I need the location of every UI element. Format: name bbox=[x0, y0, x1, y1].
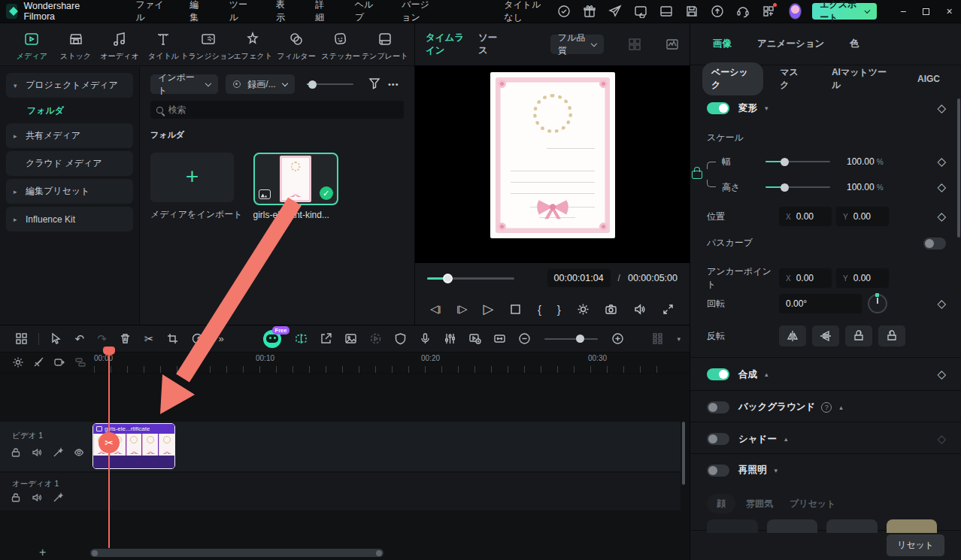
seek-slider[interactable] bbox=[427, 277, 514, 280]
tab-animation[interactable]: アニメーション bbox=[757, 38, 824, 50]
scope-waveform-icon[interactable] bbox=[665, 38, 679, 51]
sidebar-item-project-media[interactable]: ▾プロジェクトメディア bbox=[6, 73, 133, 98]
lock-track-icon[interactable] bbox=[11, 447, 21, 460]
relight-preset-thumb[interactable] bbox=[887, 519, 938, 533]
lock-track-icon[interactable] bbox=[11, 492, 21, 505]
hide-track-eye-icon[interactable] bbox=[74, 447, 84, 460]
mark-in-button[interactable]: { bbox=[538, 303, 541, 316]
relight-preset-thumb[interactable] bbox=[767, 519, 818, 533]
mask-shield-icon[interactable] bbox=[394, 332, 407, 345]
subtab-mask[interactable]: マスク bbox=[771, 62, 815, 95]
media-item[interactable]: ✓ girls-elegant-kind... bbox=[253, 153, 338, 221]
select-tool-icon[interactable] bbox=[50, 332, 62, 345]
relight-tab-mood[interactable]: 雰囲気 bbox=[746, 498, 773, 510]
rotate-field[interactable]: 0.00° bbox=[779, 294, 862, 313]
more-tools-icon[interactable]: » bbox=[216, 332, 226, 345]
rotate-right-button[interactable] bbox=[845, 325, 872, 347]
volume-icon[interactable] bbox=[633, 303, 646, 316]
track-wand-icon[interactable] bbox=[53, 447, 63, 460]
width-slider[interactable] bbox=[765, 161, 830, 162]
mute-track-icon[interactable] bbox=[32, 492, 42, 505]
properties-scrollbar[interactable] bbox=[957, 98, 960, 238]
subtab-aigc[interactable]: AIGC bbox=[908, 70, 949, 88]
preview-stage[interactable] bbox=[415, 65, 690, 263]
position-x-field[interactable]: X0.00 bbox=[779, 207, 832, 226]
close-button[interactable]: × bbox=[938, 0, 961, 23]
tab-media[interactable]: メディア bbox=[11, 28, 53, 65]
menu-file[interactable]: ファイル bbox=[123, 0, 177, 24]
timeline-zoom-slider[interactable] bbox=[544, 338, 598, 340]
relight-preset-thumb[interactable] bbox=[826, 519, 878, 533]
background-toggle[interactable] bbox=[707, 401, 729, 413]
crop-icon[interactable] bbox=[166, 332, 179, 345]
screen-record-icon[interactable] bbox=[634, 5, 647, 18]
sidebar-item-shared-media[interactable]: ▸共有メディア bbox=[6, 123, 133, 148]
record-dropdown[interactable]: 録画/... bbox=[226, 74, 295, 94]
play-button[interactable]: ▷ bbox=[483, 301, 493, 317]
flip-vertical-button[interactable] bbox=[812, 325, 839, 347]
tab-audio[interactable]: オーディオ bbox=[99, 28, 141, 65]
position-keyframe-icon[interactable]: ◇ bbox=[937, 210, 946, 223]
search-bar[interactable] bbox=[150, 101, 404, 119]
maximize-button[interactable] bbox=[915, 0, 938, 23]
import-media-tile[interactable]: + メディアをインポート bbox=[150, 153, 243, 221]
width-keyframe-icon[interactable]: ◇ bbox=[937, 155, 946, 168]
relight-tab-preset[interactable]: プリセット bbox=[790, 498, 835, 510]
ai-assistant-icon[interactable]: Free bbox=[263, 332, 281, 345]
tab-stock[interactable]: ストック bbox=[54, 28, 96, 65]
background-help-icon[interactable]: ? bbox=[821, 402, 832, 413]
next-frame-button[interactable]: |▷ bbox=[456, 302, 467, 316]
rotate-left-button[interactable] bbox=[878, 325, 905, 347]
thumbnail-size-slider[interactable] bbox=[307, 83, 353, 85]
add-track-button[interactable]: + bbox=[39, 546, 46, 559]
speed-ramp-icon[interactable] bbox=[191, 332, 204, 345]
track-height-caret[interactable]: ▾ bbox=[678, 335, 681, 343]
zoom-out-icon[interactable] bbox=[518, 332, 531, 345]
reset-button[interactable]: リセット bbox=[887, 534, 944, 556]
smart-cut-icon[interactable] bbox=[295, 332, 308, 345]
support-headset-icon[interactable] bbox=[736, 5, 750, 18]
timeline-settings-icon[interactable] bbox=[12, 356, 24, 368]
voiceover-mic-icon[interactable] bbox=[419, 332, 432, 345]
timeline-hscrollbar[interactable] bbox=[90, 549, 383, 557]
tab-preview-timeline[interactable]: タイムライン bbox=[426, 32, 465, 57]
audio-track-lane[interactable] bbox=[0, 473, 681, 510]
sidebar-item-cloud-media[interactable]: クラウド メディア bbox=[6, 151, 133, 176]
anchor-x-field[interactable]: X0.00 bbox=[779, 268, 832, 288]
export-button[interactable]: エクスポート bbox=[812, 3, 877, 20]
import-dropdown[interactable]: インポート bbox=[150, 74, 218, 94]
rotate-keyframe-icon[interactable]: ◇ bbox=[937, 297, 946, 310]
menu-help[interactable]: ヘルプ bbox=[342, 0, 389, 24]
flip-horizontal-button[interactable] bbox=[779, 325, 806, 347]
apps-grid-icon[interactable] bbox=[762, 5, 775, 18]
height-value[interactable]: 100.00 bbox=[847, 182, 875, 192]
track-height-icon[interactable] bbox=[651, 332, 664, 345]
sidebar-item-edit-presets[interactable]: ▸編集プリセット bbox=[6, 179, 133, 204]
quality-dropdown[interactable]: フル品質 bbox=[550, 35, 604, 54]
height-slider[interactable] bbox=[765, 186, 830, 188]
playback-settings-icon[interactable] bbox=[577, 303, 590, 316]
media-layout-icon[interactable] bbox=[15, 332, 28, 345]
playhead[interactable]: ✂ bbox=[108, 347, 110, 548]
timeline-vscrollbar[interactable] bbox=[682, 422, 685, 485]
current-timecode[interactable]: 00:00:01:04 bbox=[547, 269, 611, 287]
shadow-collapse-icon[interactable]: ▴ bbox=[784, 435, 788, 443]
relight-preset-thumb[interactable] bbox=[707, 519, 758, 533]
layout-panel-icon[interactable] bbox=[659, 5, 673, 18]
tab-preview-source[interactable]: ソース bbox=[478, 32, 498, 57]
composite-collapse-icon[interactable]: ▴ bbox=[765, 371, 768, 378]
position-y-field[interactable]: Y0.00 bbox=[836, 207, 889, 226]
fit-timeline-icon[interactable] bbox=[493, 332, 506, 345]
subtab-basic[interactable]: ベーシック bbox=[702, 62, 763, 95]
search-input[interactable] bbox=[168, 104, 398, 115]
zoom-in-icon[interactable] bbox=[611, 332, 624, 345]
audio-mixer-icon[interactable] bbox=[444, 332, 456, 345]
sidebar-item-influence-kit[interactable]: ▸Influence Kit bbox=[6, 207, 133, 232]
composite-toggle[interactable] bbox=[707, 368, 729, 380]
playhead-handle[interactable] bbox=[103, 347, 115, 355]
transform-collapse-icon[interactable]: ▾ bbox=[765, 104, 768, 112]
export-image-icon[interactable] bbox=[344, 332, 357, 345]
tab-filters[interactable]: フィルター bbox=[275, 28, 317, 65]
sidebar-item-folder[interactable]: フォルダ bbox=[6, 101, 133, 120]
snap-magnet-icon[interactable] bbox=[33, 356, 45, 368]
